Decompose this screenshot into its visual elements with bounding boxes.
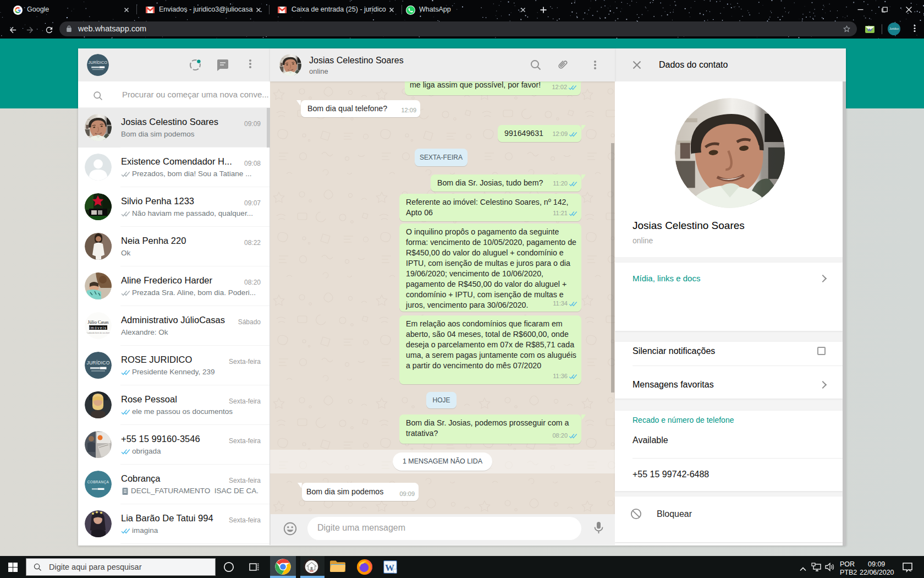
svg-text:COBRANÇA: COBRANÇA bbox=[87, 480, 109, 484]
svg-text:imóveis: imóveis bbox=[89, 326, 107, 330]
svg-text:JURÍDICO: JURÍDICO bbox=[89, 60, 108, 64]
svg-text:Júlio Casas: Júlio Casas bbox=[88, 320, 109, 325]
svg-text:W: W bbox=[385, 563, 394, 573]
svg-text:JURÍDICO: JURÍDICO bbox=[86, 360, 109, 366]
svg-text:Cuidando bem do seu bem: Cuidando bem do seu bem bbox=[86, 332, 110, 334]
